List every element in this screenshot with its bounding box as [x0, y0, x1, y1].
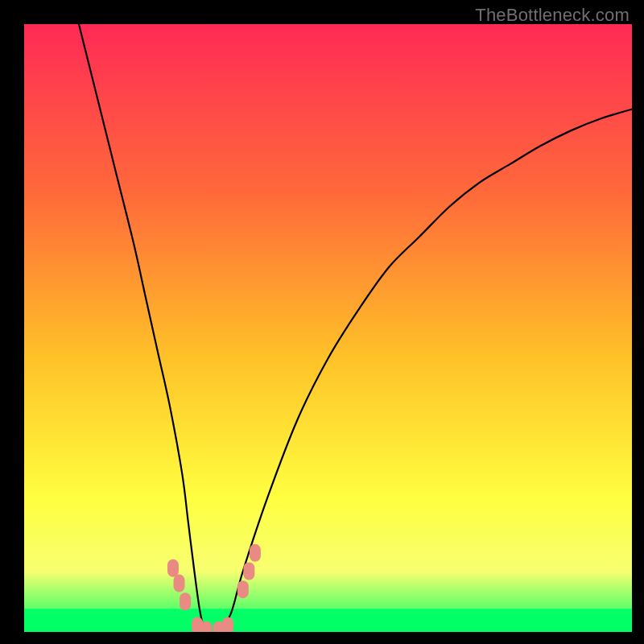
floor-marker-4 — [222, 617, 233, 632]
gradient-background — [24, 24, 632, 632]
right-marker-1 — [237, 580, 249, 598]
left-marker-1 — [167, 559, 179, 577]
left-marker-3 — [180, 592, 191, 610]
watermark-text: TheBottleneck.com — [475, 5, 630, 26]
chart-svg — [24, 24, 632, 632]
bottleneck-chart — [24, 24, 632, 632]
right-marker-2 — [243, 563, 254, 580]
green-floor-band — [24, 609, 632, 632]
left-marker-2 — [174, 575, 185, 592]
right-marker-3 — [250, 544, 261, 562]
